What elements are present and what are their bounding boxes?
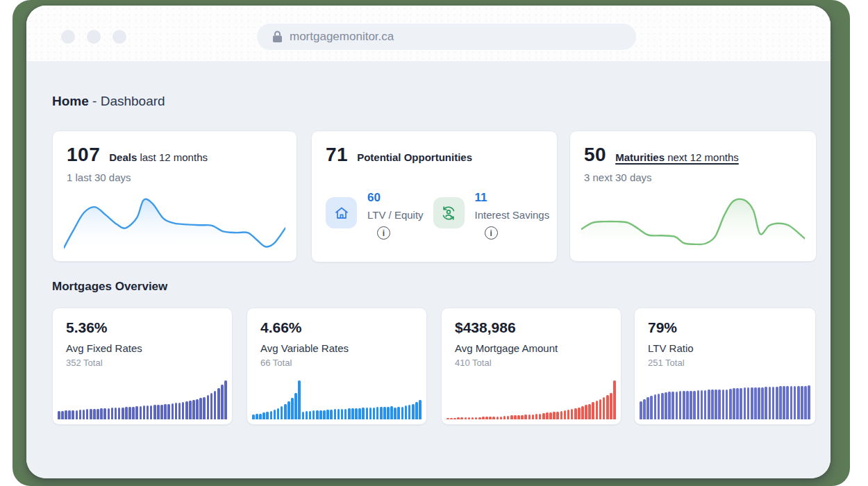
maturities-value: 50	[584, 144, 606, 166]
stat-value: 79%	[648, 319, 677, 336]
bar	[683, 391, 685, 419]
address-bar[interactable]: mortgagemonitor.ca	[257, 24, 636, 50]
bar	[535, 414, 538, 419]
bar	[172, 403, 174, 419]
bar	[362, 408, 365, 419]
deals-value: 107	[67, 144, 100, 166]
bar	[175, 403, 178, 419]
bar	[262, 412, 265, 419]
bar	[468, 417, 471, 419]
bar	[676, 392, 678, 419]
avg-fixed-rates-card: 5.36% Avg Fixed Rates 352 Total	[52, 308, 233, 425]
avg-mortgage-amount-card: $438,986 Avg Mortgage Amount 410 Total	[441, 308, 621, 425]
bar	[185, 401, 188, 419]
bar	[697, 390, 700, 419]
opportunities-card: 71 Potential Opportunities 60 LTV / Equi…	[311, 131, 558, 262]
maturities-card: 50 Maturities next 12 months 3 next 30 d…	[569, 131, 817, 262]
bar	[366, 408, 369, 419]
bar	[718, 389, 721, 419]
bar	[726, 389, 728, 419]
bar	[351, 408, 354, 419]
bar	[478, 417, 481, 419]
bar	[189, 401, 192, 419]
bar	[405, 405, 408, 419]
bar	[654, 394, 657, 419]
bar	[790, 386, 793, 419]
bar	[650, 396, 653, 419]
bar	[132, 407, 135, 419]
bar	[733, 388, 735, 419]
interest-savings-icon	[433, 197, 465, 228]
window-control-button[interactable]	[87, 30, 101, 44]
bar	[140, 406, 142, 419]
bar	[489, 417, 492, 419]
bar	[588, 404, 591, 419]
bar	[658, 394, 660, 419]
bar	[475, 417, 478, 419]
lock-icon	[272, 31, 283, 43]
bar	[383, 407, 386, 419]
bar	[330, 410, 333, 419]
stat-label: Avg Fixed Rates	[66, 342, 142, 354]
bar	[192, 400, 195, 419]
bar	[68, 410, 71, 419]
bar	[736, 388, 739, 419]
bar	[581, 406, 584, 419]
bar	[108, 408, 110, 419]
stat-value: 4.66%	[260, 319, 302, 336]
bar	[722, 389, 725, 419]
bar	[153, 405, 156, 419]
bar	[704, 390, 707, 419]
bar	[510, 415, 513, 419]
bar	[326, 410, 329, 419]
interest-savings-text: 11 Interest Savings	[475, 191, 550, 240]
bar	[61, 411, 64, 419]
info-icon[interactable]	[485, 226, 498, 240]
bar	[401, 407, 404, 419]
stat-total: 251 Total	[648, 358, 685, 368]
stat-value: $438,986	[455, 319, 516, 336]
bar	[610, 393, 612, 419]
window-control-button[interactable]	[61, 30, 75, 44]
bar	[553, 412, 556, 419]
bar	[485, 417, 488, 419]
bar	[217, 388, 220, 419]
bar	[203, 397, 206, 419]
bar	[769, 387, 771, 419]
bar	[348, 408, 351, 419]
bar	[164, 404, 167, 419]
bar	[794, 386, 796, 419]
window-control-button[interactable]	[112, 30, 126, 44]
bar	[715, 389, 717, 419]
bar	[309, 411, 312, 419]
opportunities-label: Potential Opportunities	[357, 151, 472, 163]
avg-variable-rates-card: 4.66% Avg Variable Rates 66 Total	[247, 308, 427, 425]
fixed-rates-bar-chart	[58, 380, 227, 419]
bar	[729, 389, 732, 419]
info-icon[interactable]	[377, 226, 390, 240]
bar	[801, 386, 803, 419]
bar	[453, 418, 456, 419]
ltv-ratio-bar-chart	[640, 380, 810, 419]
bar	[549, 412, 552, 419]
bar	[167, 404, 170, 419]
bar	[270, 411, 273, 419]
maturities-link[interactable]: Maturities next 12 months	[615, 151, 739, 163]
bar	[323, 410, 326, 419]
bar	[668, 392, 671, 419]
bar	[450, 418, 453, 419]
bar	[779, 386, 782, 419]
bar	[58, 411, 60, 419]
bar	[256, 414, 258, 419]
deals-card: 107 Deals last 12 months 1 last 30 days	[52, 131, 297, 262]
bar	[751, 387, 753, 419]
bar	[369, 408, 372, 419]
bar	[524, 414, 527, 419]
bar	[686, 391, 689, 419]
bar	[507, 416, 510, 419]
bar	[783, 386, 785, 419]
bar	[178, 403, 181, 419]
bar	[196, 399, 199, 419]
url-text: mortgagemonitor.ca	[290, 30, 394, 44]
bar	[380, 407, 383, 419]
